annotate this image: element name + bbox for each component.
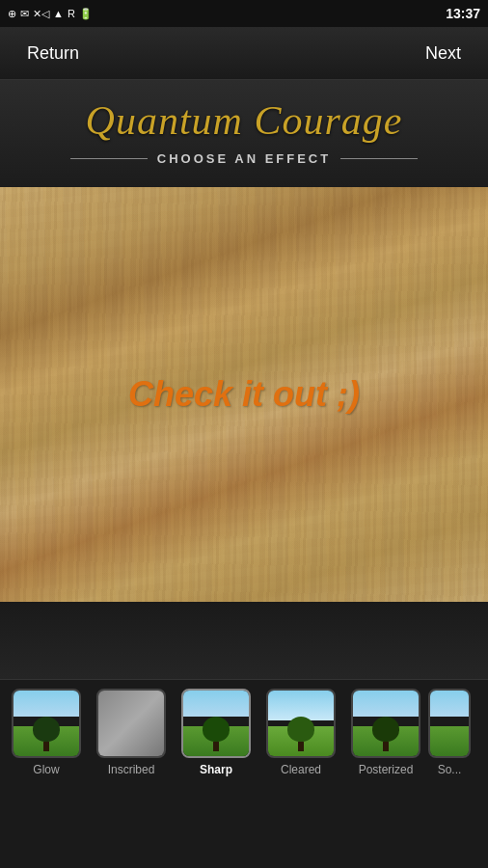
effect-item-sharp[interactable]: Sharp	[174, 681, 258, 784]
effect-thumb-inscribed	[96, 689, 166, 758]
header-section: Quantum Courage CHOOSE AN EFFECT	[0, 80, 488, 187]
main-image-area: Check it out ;)	[0, 187, 488, 602]
effect-label-inscribed: Inscribed	[108, 763, 155, 776]
effect-label-glow: Glow	[33, 763, 59, 776]
nav-bar: Return Next	[0, 27, 488, 80]
effect-thumb-softlight	[428, 689, 471, 758]
effect-item-inscribed[interactable]: Inscribed	[89, 681, 174, 784]
effect-label-sharp: Sharp	[200, 763, 232, 776]
bottom-dark-area	[0, 602, 488, 679]
r-icon: R	[68, 8, 75, 19]
main-display-text: Check it out ;)	[128, 374, 360, 415]
subtitle-text: CHOOSE AN EFFECT	[157, 151, 331, 166]
subtitle-container: CHOOSE AN EFFECT	[19, 151, 469, 166]
brand-title: Quantum Courage	[86, 97, 403, 144]
clock: 13:37	[446, 6, 480, 21]
next-button[interactable]: Next	[414, 36, 473, 71]
effect-thumb-glow	[12, 689, 81, 758]
battery-icon: 🔋	[79, 8, 93, 20]
effect-label-posterized: Posterized	[359, 763, 414, 776]
signal-bars-icon: ▲	[53, 8, 64, 19]
effect-item-glow[interactable]: Glow	[4, 681, 89, 784]
effects-bar: Glow Inscribed Sharp Cleared	[0, 679, 488, 785]
effect-item-posterized[interactable]: Posterized	[343, 681, 428, 784]
effect-thumb-sharp	[181, 689, 251, 758]
mail-icon: ✉	[20, 8, 29, 20]
effect-thumb-posterized	[351, 689, 420, 758]
effect-label-cleared: Cleared	[281, 763, 321, 776]
signal-icon: ⊕	[8, 8, 16, 20]
subtitle-line-right	[340, 158, 418, 159]
subtitle-line-left	[70, 158, 148, 159]
status-icons-left: ⊕ ✉ ✕◁ ▲ R 🔋	[8, 8, 93, 20]
effect-thumb-cleared	[266, 689, 336, 758]
return-button[interactable]: Return	[15, 36, 91, 71]
effect-label-softlight: So...	[438, 763, 462, 776]
effect-item-softlight[interactable]: So...	[428, 681, 471, 784]
effect-item-cleared[interactable]: Cleared	[258, 681, 343, 784]
status-bar: ⊕ ✉ ✕◁ ▲ R 🔋 13:37	[0, 0, 488, 27]
network-icon: ✕◁	[33, 8, 49, 20]
